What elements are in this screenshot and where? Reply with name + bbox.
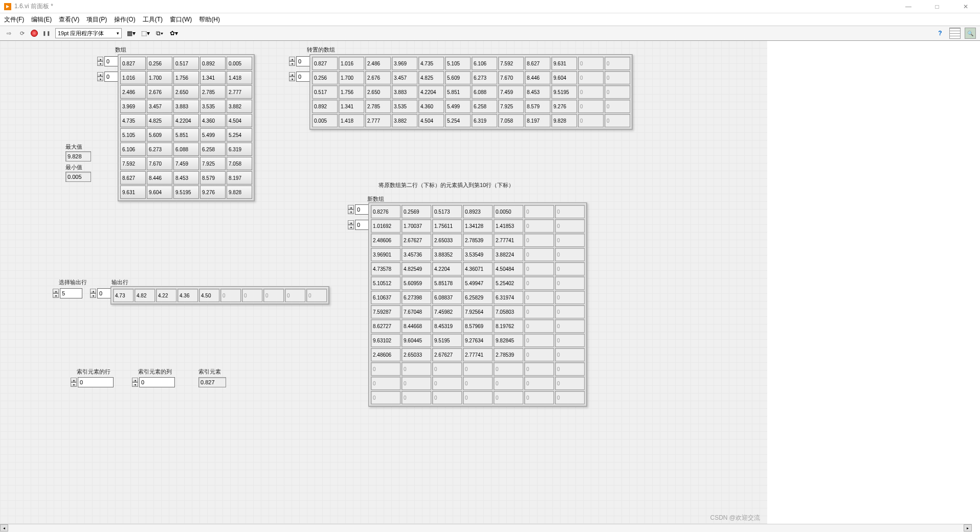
- menu-window[interactable]: 窗口(W): [170, 15, 192, 24]
- array-cell[interactable]: 8.446: [147, 171, 172, 184]
- down-icon[interactable]: ▾: [90, 293, 96, 298]
- down-icon[interactable]: ▾: [97, 77, 103, 81]
- idx-col-control[interactable]: ▴▾ 0: [132, 377, 175, 387]
- array-cell[interactable]: 1.418: [227, 71, 252, 84]
- array-cell[interactable]: 3.969: [120, 100, 146, 113]
- up-icon[interactable]: ▴: [348, 220, 354, 225]
- array-cell[interactable]: 5.105: [120, 128, 146, 142]
- array-cell[interactable]: 7.670: [147, 157, 172, 170]
- transposed-row-index[interactable]: ▴▾ 0: [289, 56, 311, 66]
- run-continuous-button[interactable]: [17, 29, 27, 38]
- array-cell[interactable]: 5.254: [227, 128, 252, 142]
- menu-tools[interactable]: 工具(T): [143, 15, 163, 24]
- maximize-button[interactable]: □: [927, 3, 947, 10]
- array-cell[interactable]: 4.504: [227, 114, 252, 127]
- menu-view[interactable]: 查看(V): [59, 15, 79, 24]
- array-cell[interactable]: 6.273: [147, 143, 172, 156]
- up-icon[interactable]: ▴: [53, 289, 59, 293]
- array-cell[interactable]: 9.631: [120, 186, 146, 199]
- array-cell[interactable]: 8.627: [120, 171, 146, 184]
- menu-edit[interactable]: 编辑(E): [31, 15, 52, 24]
- array-cell[interactable]: 5.499: [200, 128, 226, 142]
- up-icon[interactable]: ▴: [348, 205, 354, 210]
- array-cell[interactable]: 1.756: [173, 71, 199, 84]
- abort-button[interactable]: [31, 30, 38, 37]
- array-cell[interactable]: 9.604: [147, 186, 172, 199]
- array-cell[interactable]: 4.735: [120, 114, 146, 127]
- up-icon[interactable]: ▴: [71, 378, 77, 382]
- scroll-left-icon[interactable]: ◂: [0, 524, 8, 531]
- array-cell[interactable]: 7.592: [120, 157, 146, 170]
- up-icon[interactable]: ▴: [289, 72, 295, 77]
- array-cell[interactable]: 8.197: [227, 171, 252, 184]
- array-cell[interactable]: 0.517: [173, 57, 199, 70]
- reorder-icon[interactable]: ✿▾: [169, 29, 179, 38]
- menu-project[interactable]: 项目(P): [86, 15, 107, 24]
- up-icon[interactable]: ▴: [97, 57, 103, 61]
- down-icon[interactable]: ▾: [53, 293, 59, 298]
- array-cell[interactable]: 4.360: [200, 114, 226, 127]
- select-row-control[interactable]: ▴▾ 5: [53, 288, 82, 298]
- array-cell[interactable]: 0.256: [147, 57, 172, 70]
- down-icon[interactable]: ▾: [97, 61, 103, 66]
- horizontal-scrollbar[interactable]: ◂ ▸: [0, 524, 972, 531]
- close-button[interactable]: ✕: [955, 3, 976, 10]
- array-cell[interactable]: 8.453: [173, 171, 199, 184]
- array-cell[interactable]: 0.005: [227, 57, 252, 70]
- down-icon[interactable]: ▾: [289, 77, 295, 81]
- array-cell[interactable]: 3.535: [200, 100, 226, 113]
- array-cell[interactable]: 2.785: [200, 85, 226, 99]
- array-cell[interactable]: 1.341: [200, 71, 226, 84]
- array-cell[interactable]: 2.777: [227, 85, 252, 99]
- menu-help[interactable]: 帮助(H): [199, 15, 220, 24]
- array-cell[interactable]: 5.609: [147, 128, 172, 142]
- array-cell[interactable]: 2.650: [173, 85, 199, 99]
- idx-col-value[interactable]: 0: [139, 377, 175, 387]
- array-cell[interactable]: 3.883: [173, 100, 199, 113]
- array-cell[interactable]: 4.825: [147, 114, 172, 127]
- minimize-button[interactable]: —: [898, 3, 919, 10]
- array-cell[interactable]: 0.827: [120, 57, 146, 70]
- help-icon[interactable]: [935, 29, 945, 38]
- grid-icon[interactable]: [949, 28, 961, 39]
- array-cell[interactable]: 6.258: [200, 143, 226, 156]
- down-icon[interactable]: ▾: [71, 382, 77, 387]
- array-cell[interactable]: 7.058: [227, 157, 252, 170]
- array-cell[interactable]: 1.700: [147, 71, 172, 84]
- array-cell[interactable]: 5.851: [173, 128, 199, 142]
- menu-operate[interactable]: 操作(O): [114, 15, 135, 24]
- transposed-col-index[interactable]: ▴▾ 0: [289, 72, 311, 82]
- up-icon[interactable]: ▴: [97, 72, 103, 77]
- font-selector[interactable]: 19pt 应用程序字体: [55, 28, 122, 38]
- array-cell[interactable]: 2.486: [120, 85, 146, 99]
- array-cell[interactable]: 3.882: [227, 100, 252, 113]
- up-icon[interactable]: ▴: [289, 57, 295, 61]
- down-icon[interactable]: ▾: [348, 225, 354, 229]
- array-cell[interactable]: 9.5195: [173, 186, 199, 199]
- scroll-right-icon[interactable]: ▸: [964, 524, 972, 531]
- pause-button[interactable]: [42, 29, 51, 38]
- scroll-track[interactable]: [8, 524, 964, 531]
- distribute-icon[interactable]: ⬚▾: [140, 29, 150, 38]
- array-cell[interactable]: 2.676: [147, 85, 172, 99]
- array-cell[interactable]: 1.016: [120, 71, 146, 84]
- array-control[interactable]: 0.8270.2560.5170.8920.0051.0161.7001.756…: [118, 54, 255, 201]
- search-icon[interactable]: 🔍: [965, 28, 976, 39]
- idx-row-control[interactable]: ▴▾ 0: [71, 377, 114, 387]
- array-cell[interactable]: 7.459: [173, 157, 199, 170]
- run-button[interactable]: [4, 29, 13, 38]
- down-icon[interactable]: ▾: [289, 61, 295, 66]
- array-cell[interactable]: 6.106: [120, 143, 146, 156]
- array-cell[interactable]: 3.457: [147, 100, 172, 113]
- select-row-value[interactable]: 5: [60, 288, 82, 298]
- array-cell[interactable]: 6.088: [173, 143, 199, 156]
- up-icon[interactable]: ▴: [90, 289, 96, 293]
- new-array-row-index[interactable]: ▴▾ 0: [348, 204, 370, 215]
- align-icon[interactable]: ▦▾: [126, 29, 136, 38]
- array-cell[interactable]: 4.2204: [173, 114, 199, 127]
- array-row-index[interactable]: ▴▾ 0: [97, 56, 120, 66]
- output-row-index[interactable]: ▴▾ 0: [90, 288, 113, 298]
- array-cell[interactable]: 7.925: [200, 157, 226, 170]
- new-array-col-index[interactable]: ▴▾ 0: [348, 220, 370, 230]
- array-cell[interactable]: 8.579: [200, 171, 226, 184]
